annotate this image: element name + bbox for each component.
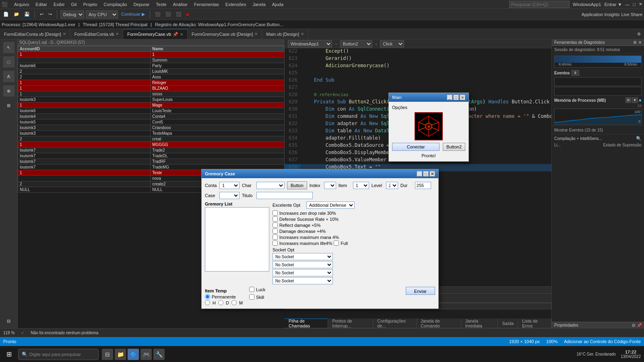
- menu-git[interactable]: Git: [68, 1, 80, 8]
- taskbar-icon-5[interactable]: 🔧: [153, 349, 165, 360]
- window-close[interactable]: ✕: [639, 2, 642, 7]
- radio-d[interactable]: [218, 300, 223, 305]
- taskbar-icon-vs[interactable]: 🔷: [128, 349, 139, 360]
- memory-pin-btn[interactable]: ●: [639, 97, 642, 103]
- gremory-list[interactable]: [205, 207, 269, 272]
- socket-select-0[interactable]: No Socket: [272, 253, 333, 260]
- menu-depurar[interactable]: Depurar: [130, 1, 153, 8]
- bottom-tab-saida[interactable]: Saída: [498, 319, 518, 328]
- main-dialog-titlebar[interactable]: Main _ □ ✕: [389, 93, 469, 102]
- index-select[interactable]: [324, 182, 336, 189]
- cpu-select[interactable]: Any CPU: [86, 10, 118, 19]
- props-sort-btn[interactable]: ⊟: [632, 323, 635, 327]
- toolbar-step-over[interactable]: ⬛: [153, 11, 162, 18]
- table-row[interactable]: louismk5Cont5: [18, 119, 285, 125]
- menu-projeto[interactable]: Projeto: [80, 1, 101, 8]
- char-select[interactable]: [256, 182, 285, 189]
- socket-select-3[interactable]: No Socket: [272, 277, 333, 284]
- socket-select-2[interactable]: No Socket: [272, 269, 333, 276]
- events-pause-btn[interactable]: ⏸: [572, 70, 579, 76]
- table-row[interactable]: louismk6LouisTeste: [18, 108, 285, 114]
- gremory-dialog[interactable]: Gremory Case _ □ ✕ Conta 1 Char: [201, 169, 439, 309]
- main-dialog-maximize[interactable]: □: [453, 95, 459, 100]
- table-row[interactable]: louismk7TradRF: [18, 159, 285, 165]
- toolbar-step-into[interactable]: ⬛: [164, 11, 173, 18]
- table-row[interactable]: louismk4Conta4: [18, 114, 285, 119]
- main-dialog[interactable]: Main _ □ ✕ Opções: [388, 93, 469, 162]
- tab-form-gremory-design[interactable]: FormGremoryCase.vb [Design] ✕: [188, 29, 262, 39]
- toolbar-continue[interactable]: Continuar ▶: [120, 11, 147, 18]
- table-row[interactable]: 11: [18, 52, 285, 58]
- dur-input[interactable]: [415, 182, 431, 189]
- menu-ajuda[interactable]: Ajuda: [269, 1, 287, 8]
- radio-m[interactable]: [231, 300, 237, 305]
- cb-full[interactable]: [334, 241, 339, 246]
- event-selector[interactable]: Click: [380, 40, 404, 47]
- taskbar-search[interactable]: 🔍 Digite aqui para pesquisar: [18, 349, 99, 360]
- toolbar-stop[interactable]: ■: [185, 11, 191, 18]
- toolbar-undo[interactable]: ↩: [38, 11, 45, 18]
- debug-config-select[interactable]: Debug: [60, 10, 84, 19]
- add-to-source[interactable]: Adicionar ao Controle do Código-Fonte: [564, 339, 641, 344]
- menu-ferramentas[interactable]: Ferramentas: [191, 1, 222, 8]
- table-row[interactable]: 1MGGGG: [18, 142, 285, 148]
- menu-janela[interactable]: Janela: [249, 1, 268, 8]
- tab-close-1[interactable]: ✕: [116, 32, 119, 36]
- radio-h[interactable]: [205, 300, 210, 305]
- tab-close-2[interactable]: ✕: [180, 32, 183, 37]
- menu-extensoes[interactable]: Extensões: [222, 1, 249, 8]
- table-row[interactable]: louismk7TradeDL: [18, 153, 285, 159]
- tab-form-editar-design[interactable]: FormEditarConta.vb [Design] ✕: [0, 29, 70, 39]
- tab-close-3[interactable]: ✕: [254, 32, 258, 36]
- bottom-tab-pilha[interactable]: Pilha de Chamadas: [285, 319, 328, 328]
- cb-0[interactable]: [272, 210, 278, 216]
- bottom-tab-imediata[interactable]: Janela Imediata: [461, 319, 498, 328]
- luck-checkbox[interactable]: [249, 287, 254, 292]
- table-row[interactable]: 1sssss: [18, 91, 285, 97]
- tab-close-4[interactable]: ✕: [301, 32, 304, 36]
- file-selector[interactable]: WindowsApp1: [288, 40, 332, 47]
- char-button[interactable]: Button: [287, 181, 307, 189]
- cb-1[interactable]: [272, 216, 278, 222]
- bottom-tab-comando[interactable]: Janela de Comando: [417, 319, 461, 328]
- bottom-tab-pontos[interactable]: Pontos de Interrup...: [328, 319, 373, 328]
- main-dialog-close[interactable]: ✕: [460, 95, 465, 100]
- toolbar-save[interactable]: 💾: [23, 11, 31, 18]
- table-row[interactable]: louismk3SuperLouis: [18, 97, 285, 103]
- cb-5[interactable]: [272, 241, 278, 246]
- tab-main-design[interactable]: Main.vb [Design] ✕: [262, 29, 308, 39]
- conta-select[interactable]: 1: [219, 182, 239, 189]
- button2-main[interactable]: Button2: [443, 143, 465, 151]
- enviar-button[interactable]: Enviar: [406, 287, 435, 295]
- table-row[interactable]: 1Mage: [18, 103, 285, 108]
- taskbar-icon-2[interactable]: 📁: [115, 349, 126, 360]
- start-button[interactable]: ⊞: [3, 349, 15, 360]
- main-dialog-minimize[interactable]: _: [447, 95, 452, 100]
- global-search-input[interactable]: [509, 1, 570, 8]
- tool-shape[interactable]: □: [3, 56, 14, 68]
- toolbar-open[interactable]: 📁: [12, 11, 21, 18]
- bottom-tab-config[interactable]: Configurações de...: [373, 319, 417, 328]
- table-row[interactable]: louismk6Party: [18, 63, 285, 69]
- window-maximize[interactable]: □: [633, 2, 636, 7]
- excelente-opt-select[interactable]: Additional Defense: [306, 202, 355, 209]
- gremory-minimize[interactable]: _: [417, 171, 422, 177]
- menu-compilacao[interactable]: Compilação: [100, 1, 130, 8]
- tool-text[interactable]: A: [3, 71, 14, 82]
- case-select[interactable]: [219, 192, 239, 199]
- menu-analise[interactable]: Análise: [170, 1, 191, 8]
- radio-permanente-input[interactable]: [205, 294, 210, 299]
- toolbar-step-out[interactable]: ⬛: [174, 11, 183, 18]
- table-row[interactable]: 2LouisMK: [18, 69, 285, 74]
- table-row[interactable]: louismk3TesteMapa: [18, 131, 285, 136]
- tool-extra[interactable]: ⊞: [3, 100, 14, 111]
- menu-exibir[interactable]: Exibir: [50, 1, 68, 8]
- timeline-bar[interactable]: 8:40min 8:50min: [554, 56, 642, 68]
- tab-form-editar-vb[interactable]: FormEditarConta.vb ✕: [70, 29, 123, 39]
- table-row[interactable]: 2creat: [18, 136, 285, 142]
- socket-select-1[interactable]: No Socket: [272, 261, 333, 268]
- table-row[interactable]: Summm: [18, 58, 285, 63]
- item-select[interactable]: 1: [353, 182, 369, 189]
- table-row[interactable]: 1BLZAAO: [18, 86, 285, 91]
- skill-checkbox[interactable]: [249, 294, 254, 300]
